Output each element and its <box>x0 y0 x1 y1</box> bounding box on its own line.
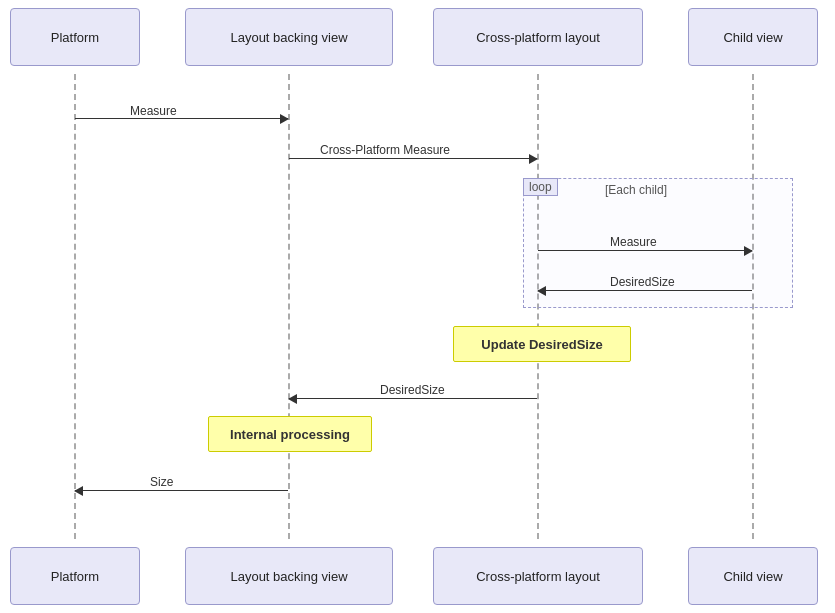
arrow-size <box>75 490 288 491</box>
actor-platform-top: Platform <box>10 8 140 66</box>
actor-child-view-bottom: Child view <box>688 547 818 605</box>
actor-layout-backing-top: Layout backing view <box>185 8 393 66</box>
sequence-diagram: Platform Layout backing view Cross-platf… <box>0 0 835 613</box>
lifeline-layout-backing <box>288 74 290 539</box>
arrow-desired-size2 <box>289 398 537 399</box>
label-measure1: Measure <box>130 104 177 118</box>
lifeline-platform <box>74 74 76 539</box>
action-update-desired-size: Update DesiredSize <box>453 326 631 362</box>
arrow-cross-platform-measure <box>289 158 537 159</box>
actor-layout-backing-bottom: Layout backing view <box>185 547 393 605</box>
arrow-desired-size1 <box>538 290 752 291</box>
arrow-measure2 <box>538 250 752 251</box>
actor-child-view-top: Child view <box>688 8 818 66</box>
loop-condition: [Each child] <box>605 183 667 197</box>
label-cross-platform-measure: Cross-Platform Measure <box>320 143 450 157</box>
actor-platform-bottom: Platform <box>10 547 140 605</box>
label-desired-size1: DesiredSize <box>610 275 675 289</box>
actor-cross-platform-top: Cross-platform layout <box>433 8 643 66</box>
label-size: Size <box>150 475 173 489</box>
label-desired-size2: DesiredSize <box>380 383 445 397</box>
arrow-measure1 <box>75 118 288 119</box>
loop-label: loop <box>523 178 558 196</box>
action-internal-processing: Internal processing <box>208 416 372 452</box>
label-measure2: Measure <box>610 235 657 249</box>
actor-cross-platform-bottom: Cross-platform layout <box>433 547 643 605</box>
